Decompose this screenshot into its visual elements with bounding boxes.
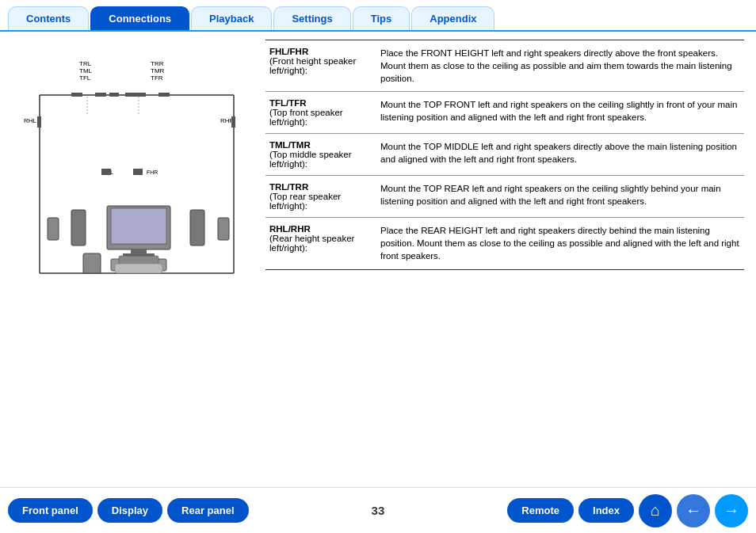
label-bold: FHL/FHR (269, 47, 308, 56)
svg-text:TMR: TMR (151, 67, 165, 74)
table-row: TRL/TRR (Top rear speaker left/right): M… (265, 176, 744, 218)
svg-rect-16 (95, 93, 106, 97)
tab-tips[interactable]: Tips (353, 6, 410, 30)
label-bold: TML/TMR (269, 140, 311, 150)
svg-text:RHL: RHL (24, 117, 37, 124)
remote-button[interactable]: Remote (507, 498, 574, 523)
svg-rect-31 (48, 218, 59, 240)
svg-rect-26 (131, 249, 147, 253)
svg-rect-20 (37, 116, 41, 128)
label-sub: (Top front speaker left/right): (269, 108, 343, 127)
svg-rect-15 (158, 93, 170, 97)
desc-tml-tmr: Mount the TOP MIDDLE left and right spea… (380, 140, 740, 166)
label-fhl-fhr: FHL/FHR (Front height speaker left/right… (269, 47, 380, 75)
svg-rect-29 (71, 210, 86, 246)
label-tfl-tfr: TFL/TFR (Top front speaker left/right): (269, 98, 380, 127)
label-tml-tmr: TML/TMR (Top middle speaker left/right): (269, 140, 380, 169)
bottom-nav: Front panel Display Rear panel 33 Remote… (0, 487, 756, 533)
svg-rect-21 (231, 116, 235, 128)
svg-text:TRL: TRL (79, 60, 92, 67)
info-table: FHL/FHR (Front height speaker left/right… (265, 40, 744, 444)
speaker-diagram: TRL TML TFL TRR TMR TFR RHL RHR FHL FHR (12, 40, 265, 444)
index-button[interactable]: Index (578, 498, 634, 523)
label-bold: TFL/TFR (269, 98, 307, 108)
desc-rhl-rhr: Place the REAR HEIGHT left and right spe… (380, 224, 740, 262)
svg-rect-19 (125, 93, 135, 97)
home-button[interactable]: ⌂ (639, 494, 672, 527)
label-sub: (Top middle speaker left/right): (269, 150, 352, 169)
desc-tfl-tfr: Mount the TOP FRONT left and right speak… (380, 98, 740, 124)
prev-button[interactable]: ← (677, 494, 710, 527)
svg-rect-33 (83, 253, 101, 273)
svg-rect-14 (71, 93, 82, 97)
nav-tabs: Contents Connections Playback Settings T… (0, 0, 756, 32)
svg-rect-22 (101, 169, 111, 175)
main-content: TRL TML TFL TRR TMR TFR RHL RHR FHL FHR (0, 32, 756, 451)
label-bold: RHL/RHR (269, 224, 311, 234)
svg-text:FHR: FHR (147, 169, 158, 175)
tab-contents[interactable]: Contents (8, 6, 89, 30)
label-sub: (Top rear speaker left/right): (269, 192, 341, 211)
table-row: TFL/TFR (Top front speaker left/right): … (265, 92, 744, 134)
next-button[interactable]: → (715, 494, 748, 527)
label-rhl-rhr: RHL/RHR (Rear height speaker left/right)… (269, 224, 380, 253)
svg-text:TFL: TFL (79, 74, 91, 82)
svg-rect-25 (111, 208, 166, 244)
desc-trl-trr: Mount the TOP REAR left and right speake… (380, 182, 740, 207)
bottom-right-buttons: Remote Index ⌂ ← → (507, 494, 748, 527)
tab-playback[interactable]: Playback (191, 6, 272, 30)
tab-settings[interactable]: Settings (273, 6, 350, 30)
svg-text:TML: TML (79, 67, 93, 74)
front-panel-button[interactable]: Front panel (8, 498, 93, 523)
rear-panel-button[interactable]: Rear panel (167, 498, 248, 523)
label-sub: (Front height speaker left/right): (269, 56, 356, 75)
label-sub: (Rear height speaker left/right): (269, 234, 354, 253)
svg-rect-23 (133, 169, 143, 175)
desc-fhl-fhr: Place the FRONT HEIGHT left and right sp… (380, 47, 740, 85)
table-row: FHL/FHR (Front height speaker left/right… (265, 40, 744, 92)
tab-connections[interactable]: Connections (90, 6, 189, 30)
page-number: 33 (372, 504, 385, 517)
bottom-left-buttons: Front panel Display Rear panel (8, 498, 249, 523)
svg-text:TFR: TFR (151, 74, 163, 82)
table-row: TML/TMR (Top middle speaker left/right):… (265, 134, 744, 176)
svg-rect-32 (218, 218, 229, 240)
label-trl-trr: TRL/TRR (Top rear speaker left/right): (269, 182, 380, 211)
diagram-svg: TRL TML TFL TRR TMR TFR RHL RHR FHL FHR (16, 44, 254, 313)
tab-appendix[interactable]: Appendix (411, 6, 494, 30)
label-bold: TRL/TRR (269, 182, 308, 192)
svg-rect-30 (190, 210, 204, 246)
svg-text:TRR: TRR (151, 60, 164, 67)
svg-rect-35 (115, 264, 162, 273)
svg-rect-17 (135, 93, 146, 97)
svg-rect-18 (109, 93, 119, 97)
table-row: RHL/RHR (Rear height speaker left/right)… (265, 218, 744, 269)
display-button[interactable]: Display (97, 498, 162, 523)
